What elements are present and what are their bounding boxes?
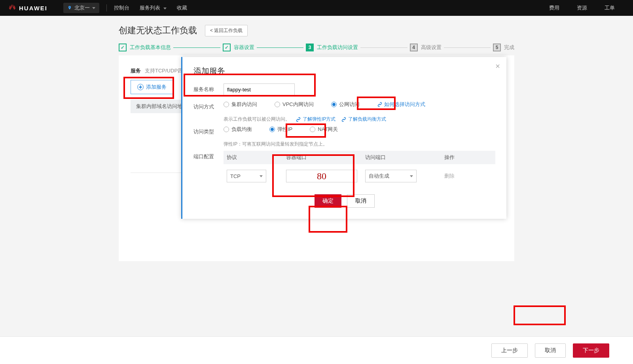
col-protocol: 协议 <box>224 154 283 161</box>
back-button[interactable]: < 返回工作负载 <box>205 25 248 36</box>
link-lb-doc[interactable]: 了解负载均衡方式 <box>341 116 386 123</box>
link-eip-doc[interactable]: 了解弹性IP方式 <box>296 116 335 123</box>
cancel-button[interactable]: 取消 <box>535 343 566 358</box>
close-icon[interactable]: × <box>495 62 500 71</box>
access-port-select[interactable]: 自动生成 <box>365 170 417 182</box>
huawei-icon <box>8 4 17 12</box>
access-desc: 表示工作负载可以被公网访问。 了解弹性IP方式 了解负载均衡方式 <box>224 116 495 123</box>
next-button[interactable]: 下一步 <box>573 343 609 358</box>
step-1: 工作负载基本信息 <box>119 44 171 51</box>
radio-public-access[interactable]: 公网访问 <box>331 101 360 108</box>
service-name-input[interactable] <box>224 83 295 95</box>
region-label: 北京一 <box>74 4 90 11</box>
region-selector[interactable]: 北京一 <box>63 3 99 13</box>
step-number: 3 <box>306 44 314 51</box>
plus-icon <box>137 84 144 90</box>
label-access-mode: 访问方式 <box>193 101 224 110</box>
brand-text: HUAWEI <box>19 5 47 11</box>
radio-icon <box>224 102 229 107</box>
radio-icon <box>310 127 315 132</box>
radio-icon <box>275 102 280 107</box>
pin-icon <box>67 6 72 10</box>
step-2: 容器设置 <box>223 44 254 51</box>
col-access-port: 访问端口 <box>362 154 441 161</box>
step-line <box>257 47 304 48</box>
radio-icon <box>331 102 337 107</box>
step-3: 3工作负载访问设置 <box>306 44 358 51</box>
link-icon <box>341 117 347 122</box>
row-service-name: 服务名称 <box>193 83 495 95</box>
radio-nat[interactable]: NAT网关 <box>310 126 338 133</box>
modal-title: 添加服务 <box>193 66 495 76</box>
link-icon <box>296 117 301 122</box>
radio-lb[interactable]: 负载均衡 <box>224 126 252 133</box>
highlight-box <box>514 305 566 325</box>
type-desc: 弹性IP：可将互联网访问流量转发到指定节点上。 <box>224 141 495 148</box>
brand-logo: HUAWEI <box>0 4 55 12</box>
step-line <box>173 47 220 48</box>
label-service-name: 服务名称 <box>193 83 224 93</box>
delete-port-link[interactable]: 删除 <box>444 173 455 179</box>
chevron-down-icon <box>92 7 95 9</box>
add-service-button[interactable]: 添加服务 <box>131 80 173 94</box>
footer-actions: 上一步 取消 下一步 <box>0 336 633 364</box>
page-title: 创建无状态工作负载 <box>119 25 197 36</box>
port-table-header: 协议 容器端口 访问端口 操作 <box>224 151 495 164</box>
step-line <box>444 47 491 48</box>
row-access-mode: 访问方式 集群内访问 VPC内网访问 公网访问 如何选择访问方式 <box>193 101 495 110</box>
top-nav: HUAWEI 北京一 控制台 服务列表 收藏 费用 资源 工单 <box>0 0 633 16</box>
radio-icon <box>224 127 229 132</box>
stepper: 工作负载基本信息 容器设置 3工作负载访问设置 4高级设置 5完成 <box>119 44 514 51</box>
radio-icon <box>269 127 275 132</box>
row-access-type: 访问类型 负载均衡 弹性IP NAT网关 <box>193 126 495 135</box>
modal-ok-button[interactable]: 确定 <box>315 194 341 208</box>
add-service-modal: × 添加服务 服务名称 访问方式 集群内访问 VPC内网访问 公网访问 如何选择… <box>181 57 506 219</box>
nav-services[interactable]: 服务列表 <box>140 4 167 11</box>
nav-fee[interactable]: 费用 <box>549 4 559 11</box>
radio-eip[interactable]: 弹性IP <box>269 126 292 133</box>
nav-separator <box>106 4 107 11</box>
modal-cancel-button[interactable]: 取消 <box>347 194 375 208</box>
check-icon <box>223 44 231 51</box>
protocol-select[interactable]: TCP <box>227 170 266 182</box>
row-port-config: 端口配置 协议 容器端口 访问端口 操作 TCP 自动生成 删除 <box>193 151 495 182</box>
nav-favorites[interactable]: 收藏 <box>177 4 187 11</box>
step-4: 4高级设置 <box>410 44 442 51</box>
modal-actions: 确定 取消 <box>193 194 495 208</box>
container-port-input[interactable] <box>286 170 357 182</box>
label-access-type: 访问类型 <box>193 126 224 135</box>
page-header: 创建无状态工作负载 < 返回工作负载 <box>0 16 633 44</box>
link-icon <box>377 102 383 107</box>
col-op: 操作 <box>441 154 495 161</box>
step-line <box>360 47 407 48</box>
port-row: TCP 自动生成 删除 <box>224 170 495 182</box>
chevron-down-icon <box>163 8 167 9</box>
radio-cluster-access[interactable]: 集群内访问 <box>224 101 257 108</box>
step-5: 5完成 <box>493 44 514 51</box>
nav-console[interactable]: 控制台 <box>114 4 129 11</box>
prev-button[interactable]: 上一步 <box>491 343 528 358</box>
nav-resource[interactable]: 资源 <box>577 4 587 11</box>
step-number: 5 <box>493 44 501 51</box>
nav-ticket[interactable]: 工单 <box>605 4 615 11</box>
check-icon <box>119 44 127 51</box>
nav-right: 费用 资源 工单 <box>549 4 633 11</box>
radio-vpc-access[interactable]: VPC内网访问 <box>275 101 314 108</box>
chevron-down-icon <box>260 175 263 177</box>
col-container-port: 容器端口 <box>283 154 362 161</box>
link-how-choose-access[interactable]: 如何选择访问方式 <box>377 101 425 108</box>
label-port-config: 端口配置 <box>193 151 224 160</box>
step-number: 4 <box>410 44 418 51</box>
chevron-down-icon <box>410 175 413 177</box>
